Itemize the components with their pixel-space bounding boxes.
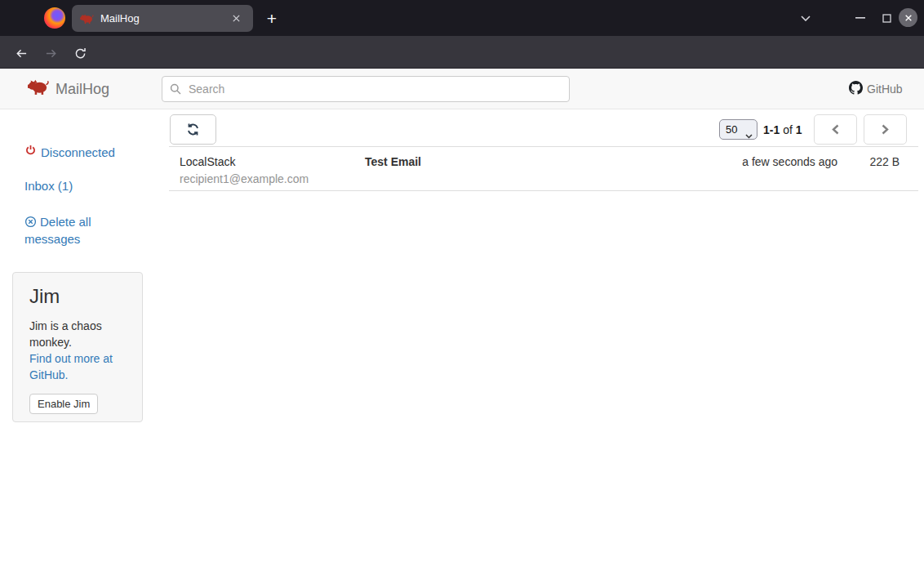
message-row[interactable]: LocalStack recipient1@example.com Test E… bbox=[169, 146, 918, 191]
window-minimize-button[interactable] bbox=[851, 8, 870, 28]
message-subject: Test Email bbox=[365, 154, 699, 169]
message-sender: LocalStack bbox=[180, 154, 365, 169]
window-maximize-button[interactable] bbox=[877, 8, 896, 28]
message-sender-column: LocalStack recipient1@example.com bbox=[180, 154, 365, 186]
browser-tab-mailhog[interactable]: MailHog bbox=[72, 5, 253, 32]
window-close-button[interactable] bbox=[899, 8, 917, 27]
refresh-icon bbox=[186, 123, 200, 136]
search-box bbox=[162, 76, 570, 102]
jim-description: Jim is a chaos monkey. bbox=[29, 318, 118, 350]
chevron-left-icon bbox=[832, 124, 839, 135]
message-size: 222 B bbox=[837, 154, 900, 169]
mailhog-brand[interactable]: MailHog bbox=[28, 79, 109, 99]
search-input[interactable] bbox=[162, 76, 570, 102]
browser-tab-bar: MailHog + bbox=[0, 0, 924, 36]
inbox-label: Inbox (1) bbox=[24, 179, 73, 193]
back-button[interactable] bbox=[10, 42, 33, 64]
jim-title: Jim bbox=[29, 285, 126, 308]
power-icon bbox=[24, 145, 37, 159]
forward-button[interactable] bbox=[39, 42, 62, 64]
delete-circle-x-icon bbox=[24, 216, 37, 228]
mailhog-pig-favicon-icon bbox=[80, 14, 94, 24]
github-link[interactable]: GitHub bbox=[849, 81, 903, 97]
mailhog-pig-logo-icon bbox=[28, 79, 49, 99]
sidebar-item-inbox[interactable]: Inbox (1) bbox=[24, 179, 73, 193]
pagination-range: 1-1 of 1 bbox=[763, 123, 802, 136]
message-recipient: recipient1@example.com bbox=[180, 172, 365, 186]
range-of: of bbox=[783, 123, 793, 136]
range-start: 1-1 bbox=[763, 123, 780, 136]
previous-page-button[interactable] bbox=[814, 114, 857, 145]
tab-title: MailHog bbox=[100, 12, 227, 25]
reload-button[interactable] bbox=[69, 42, 91, 64]
new-tab-button[interactable]: + bbox=[260, 7, 284, 31]
firefox-icon[interactable] bbox=[44, 7, 65, 29]
page-size-select[interactable]: 50 bbox=[719, 119, 757, 140]
github-label: GitHub bbox=[867, 82, 903, 96]
refresh-button[interactable] bbox=[170, 114, 216, 145]
tab-list-chevron-down-icon[interactable] bbox=[795, 8, 816, 28]
sidebar-item-disconnected[interactable]: Disconnected bbox=[24, 145, 115, 159]
browser-window: MailHog + bbox=[0, 0, 924, 566]
next-page-button[interactable] bbox=[864, 114, 907, 145]
browser-nav-bar: mailhog.localhost.localstack.cloud:4566/… bbox=[0, 36, 924, 69]
jim-github-link[interactable]: Find out more at GitHub. bbox=[29, 350, 118, 383]
jim-panel: Jim Jim is a chaos monkey. Find out more… bbox=[12, 272, 143, 422]
enable-jim-button[interactable]: Enable Jim bbox=[29, 394, 98, 414]
sidebar-item-delete-all[interactable]: Delete all messages bbox=[24, 213, 122, 247]
message-time: a few seconds ago bbox=[699, 154, 837, 169]
brand-label: MailHog bbox=[56, 81, 109, 98]
disconnected-label: Disconnected bbox=[41, 145, 115, 159]
range-total: 1 bbox=[796, 123, 802, 136]
tab-close-icon[interactable] bbox=[227, 10, 245, 28]
page-size-select-wrap: 50 bbox=[719, 119, 757, 140]
github-octocat-icon bbox=[849, 81, 863, 97]
search-icon bbox=[170, 83, 181, 98]
chevron-right-icon bbox=[882, 124, 889, 135]
app-header: MailHog GitHub bbox=[0, 69, 924, 109]
